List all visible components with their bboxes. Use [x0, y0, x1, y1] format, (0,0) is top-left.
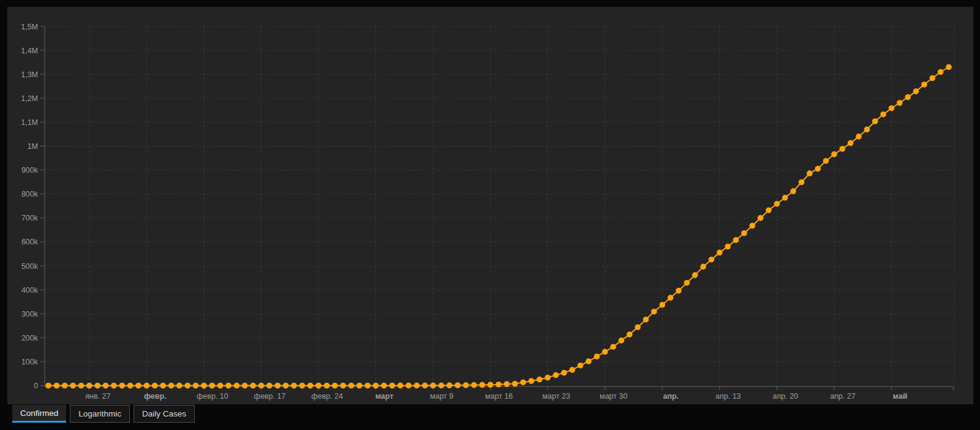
data-point[interactable]: [848, 140, 854, 146]
data-point[interactable]: [364, 383, 371, 389]
data-point[interactable]: [905, 94, 911, 100]
data-point[interactable]: [930, 75, 936, 81]
data-point[interactable]: [274, 383, 281, 389]
data-point[interactable]: [70, 383, 76, 389]
data-point[interactable]: [660, 302, 666, 308]
data-point[interactable]: [561, 370, 567, 376]
data-point[interactable]: [594, 353, 600, 360]
data-point[interactable]: [266, 383, 273, 389]
data-point[interactable]: [300, 383, 306, 389]
data-point[interactable]: [439, 383, 445, 389]
data-point[interactable]: [913, 88, 919, 94]
data-point[interactable]: [258, 383, 265, 389]
data-point[interactable]: [512, 381, 518, 387]
data-point[interactable]: [668, 295, 674, 301]
data-point[interactable]: [774, 201, 780, 207]
data-point[interactable]: [349, 383, 355, 389]
data-point[interactable]: [782, 195, 788, 201]
data-point[interactable]: [381, 383, 387, 389]
data-point[interactable]: [766, 207, 772, 213]
data-point[interactable]: [471, 382, 477, 388]
data-point[interactable]: [94, 383, 100, 389]
tab-confirmed[interactable]: Confirmed: [12, 405, 66, 423]
data-point[interactable]: [750, 223, 756, 229]
data-point[interactable]: [627, 331, 633, 338]
data-point[interactable]: [160, 383, 166, 389]
data-point[interactable]: [921, 81, 927, 88]
data-point[interactable]: [897, 100, 903, 106]
data-point[interactable]: [356, 383, 363, 389]
data-point[interactable]: [390, 383, 396, 389]
data-point[interactable]: [570, 367, 576, 373]
data-point[interactable]: [741, 230, 747, 236]
data-point[interactable]: [234, 383, 240, 389]
data-point[interactable]: [405, 383, 412, 389]
data-point[interactable]: [480, 382, 486, 388]
data-point[interactable]: [610, 344, 616, 350]
data-point[interactable]: [864, 127, 870, 133]
data-point[interactable]: [880, 111, 886, 118]
data-point[interactable]: [684, 280, 690, 286]
data-point[interactable]: [496, 382, 502, 388]
data-point[interactable]: [127, 383, 134, 389]
data-point[interactable]: [676, 288, 682, 294]
data-point[interactable]: [807, 170, 813, 176]
data-point[interactable]: [217, 383, 224, 389]
data-point[interactable]: [602, 349, 608, 355]
tab-logarithmic[interactable]: Logarithmic: [70, 405, 130, 423]
data-point[interactable]: [340, 383, 346, 389]
data-point[interactable]: [54, 383, 60, 389]
data-point[interactable]: [201, 383, 207, 389]
data-point[interactable]: [209, 383, 216, 389]
data-point[interactable]: [831, 151, 837, 157]
data-point[interactable]: [144, 383, 150, 389]
data-point[interactable]: [103, 383, 109, 389]
data-point[interactable]: [373, 383, 379, 389]
data-point[interactable]: [45, 383, 51, 389]
data-point[interactable]: [709, 257, 715, 263]
data-point[interactable]: [62, 383, 68, 389]
data-point[interactable]: [488, 382, 494, 388]
data-point[interactable]: [815, 166, 821, 172]
data-point[interactable]: [398, 383, 404, 389]
data-point[interactable]: [537, 377, 543, 383]
data-point[interactable]: [242, 383, 248, 389]
data-point[interactable]: [643, 317, 649, 323]
data-point[interactable]: [717, 250, 723, 256]
data-point[interactable]: [823, 158, 829, 164]
data-point[interactable]: [324, 383, 330, 389]
data-point[interactable]: [651, 309, 657, 315]
data-point[interactable]: [176, 383, 183, 389]
data-point[interactable]: [938, 69, 944, 75]
data-point[interactable]: [946, 64, 952, 70]
data-point[interactable]: [700, 264, 706, 270]
data-point[interactable]: [119, 383, 126, 389]
data-point[interactable]: [889, 105, 895, 111]
data-point[interactable]: [856, 134, 862, 140]
data-point[interactable]: [152, 383, 158, 389]
data-point[interactable]: [250, 383, 256, 389]
tab-daily-cases[interactable]: Daily Cases: [134, 405, 195, 423]
data-point[interactable]: [135, 383, 141, 389]
data-point[interactable]: [422, 383, 428, 389]
data-point[interactable]: [578, 363, 584, 369]
data-point[interactable]: [529, 378, 535, 384]
data-point[interactable]: [283, 383, 289, 389]
data-point[interactable]: [840, 146, 846, 152]
data-point[interactable]: [111, 383, 117, 389]
data-point[interactable]: [78, 383, 85, 389]
data-point[interactable]: [586, 358, 592, 364]
data-point[interactable]: [790, 188, 796, 194]
data-point[interactable]: [799, 179, 805, 186]
data-point[interactable]: [193, 383, 199, 389]
data-point[interactable]: [430, 383, 436, 389]
data-point[interactable]: [463, 382, 469, 388]
data-point[interactable]: [553, 372, 559, 379]
data-point[interactable]: [225, 383, 232, 389]
data-point[interactable]: [414, 383, 420, 389]
data-point[interactable]: [315, 383, 322, 389]
data-point[interactable]: [872, 118, 878, 124]
data-point[interactable]: [168, 383, 175, 389]
data-point[interactable]: [692, 272, 698, 278]
data-point[interactable]: [520, 379, 526, 385]
